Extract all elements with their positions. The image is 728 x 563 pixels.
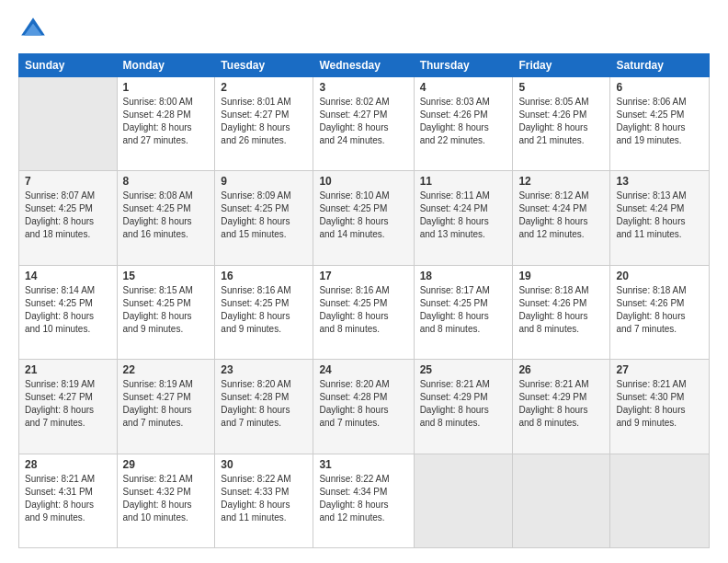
day-number: 11 bbox=[420, 175, 507, 188]
day-number: 4 bbox=[420, 81, 507, 94]
day-number: 30 bbox=[221, 458, 307, 471]
header-cell-tuesday: Tuesday bbox=[215, 54, 313, 77]
calendar-body: 1Sunrise: 8:00 AMSunset: 4:28 PMDaylight… bbox=[19, 77, 710, 548]
day-info: Sunrise: 8:16 AMSunset: 4:25 PMDaylight:… bbox=[221, 284, 307, 336]
day-info: Sunrise: 8:05 AMSunset: 4:26 PMDaylight:… bbox=[518, 96, 604, 147]
day-cell: 31Sunrise: 8:22 AMSunset: 4:34 PMDayligh… bbox=[313, 454, 414, 547]
day-number: 13 bbox=[616, 175, 703, 188]
day-cell: 30Sunrise: 8:22 AMSunset: 4:33 PMDayligh… bbox=[215, 454, 313, 547]
week-row-2: 14Sunrise: 8:14 AMSunset: 4:25 PMDayligh… bbox=[19, 265, 710, 359]
day-number: 20 bbox=[616, 270, 703, 282]
day-number: 19 bbox=[518, 270, 604, 282]
day-number: 17 bbox=[319, 270, 407, 282]
day-number: 25 bbox=[420, 363, 507, 376]
day-info: Sunrise: 8:13 AMSunset: 4:24 PMDaylight:… bbox=[616, 190, 703, 241]
day-cell: 4Sunrise: 8:03 AMSunset: 4:26 PMDaylight… bbox=[414, 77, 513, 171]
day-cell: 28Sunrise: 8:21 AMSunset: 4:31 PMDayligh… bbox=[19, 454, 118, 547]
day-number: 15 bbox=[123, 270, 210, 282]
day-info: Sunrise: 8:21 AMSunset: 4:30 PMDaylight:… bbox=[616, 378, 703, 430]
day-number: 26 bbox=[518, 363, 604, 376]
day-cell: 26Sunrise: 8:21 AMSunset: 4:29 PMDayligh… bbox=[513, 360, 610, 454]
day-number: 22 bbox=[123, 363, 210, 376]
day-info: Sunrise: 8:10 AMSunset: 4:25 PMDaylight:… bbox=[319, 190, 407, 241]
header-cell-thursday: Thursday bbox=[414, 54, 513, 77]
day-number: 27 bbox=[616, 363, 703, 376]
day-cell: 27Sunrise: 8:21 AMSunset: 4:30 PMDayligh… bbox=[610, 360, 710, 454]
day-number: 6 bbox=[616, 81, 703, 94]
day-info: Sunrise: 8:08 AMSunset: 4:25 PMDaylight:… bbox=[123, 190, 210, 241]
day-number: 28 bbox=[25, 458, 111, 471]
day-cell: 22Sunrise: 8:19 AMSunset: 4:27 PMDayligh… bbox=[117, 360, 215, 454]
day-number: 16 bbox=[221, 270, 307, 282]
day-info: Sunrise: 8:21 AMSunset: 4:32 PMDaylight:… bbox=[123, 473, 210, 524]
day-cell: 7Sunrise: 8:07 AMSunset: 4:25 PMDaylight… bbox=[19, 171, 118, 265]
calendar-table: SundayMondayTuesdayWednesdayThursdayFrid… bbox=[18, 53, 710, 548]
day-cell: 17Sunrise: 8:16 AMSunset: 4:25 PMDayligh… bbox=[313, 265, 414, 359]
day-info: Sunrise: 8:21 AMSunset: 4:29 PMDaylight:… bbox=[518, 378, 604, 430]
day-number: 12 bbox=[518, 175, 604, 188]
day-info: Sunrise: 8:22 AMSunset: 4:33 PMDaylight:… bbox=[221, 473, 307, 524]
day-info: Sunrise: 8:20 AMSunset: 4:28 PMDaylight:… bbox=[319, 378, 407, 430]
day-number: 5 bbox=[518, 81, 604, 94]
day-cell: 11Sunrise: 8:11 AMSunset: 4:24 PMDayligh… bbox=[414, 171, 513, 265]
day-cell bbox=[414, 454, 513, 547]
day-cell: 3Sunrise: 8:02 AMSunset: 4:27 PMDaylight… bbox=[313, 77, 414, 171]
day-cell: 14Sunrise: 8:14 AMSunset: 4:25 PMDayligh… bbox=[19, 265, 118, 359]
day-number: 3 bbox=[319, 81, 407, 94]
day-cell: 15Sunrise: 8:15 AMSunset: 4:25 PMDayligh… bbox=[117, 265, 215, 359]
day-cell: 16Sunrise: 8:16 AMSunset: 4:25 PMDayligh… bbox=[215, 265, 313, 359]
day-cell: 23Sunrise: 8:20 AMSunset: 4:28 PMDayligh… bbox=[215, 360, 313, 454]
day-cell: 24Sunrise: 8:20 AMSunset: 4:28 PMDayligh… bbox=[313, 360, 414, 454]
day-info: Sunrise: 8:11 AMSunset: 4:24 PMDaylight:… bbox=[420, 190, 507, 241]
day-number: 24 bbox=[319, 363, 407, 376]
day-info: Sunrise: 8:09 AMSunset: 4:25 PMDaylight:… bbox=[221, 190, 307, 241]
day-number: 23 bbox=[221, 363, 307, 376]
day-cell bbox=[19, 77, 118, 171]
day-cell: 1Sunrise: 8:00 AMSunset: 4:28 PMDaylight… bbox=[117, 77, 215, 171]
header-cell-wednesday: Wednesday bbox=[313, 54, 414, 77]
day-info: Sunrise: 8:02 AMSunset: 4:27 PMDaylight:… bbox=[319, 96, 407, 147]
header-row: SundayMondayTuesdayWednesdayThursdayFrid… bbox=[19, 54, 710, 77]
day-number: 18 bbox=[420, 270, 507, 282]
day-cell: 18Sunrise: 8:17 AMSunset: 4:25 PMDayligh… bbox=[414, 265, 513, 359]
header-cell-monday: Monday bbox=[117, 54, 215, 77]
header-cell-sunday: Sunday bbox=[19, 54, 118, 77]
day-cell: 20Sunrise: 8:18 AMSunset: 4:26 PMDayligh… bbox=[610, 265, 710, 359]
logo bbox=[18, 15, 51, 44]
day-number: 21 bbox=[25, 363, 111, 376]
day-cell: 10Sunrise: 8:10 AMSunset: 4:25 PMDayligh… bbox=[313, 171, 414, 265]
day-number: 7 bbox=[25, 175, 111, 188]
day-info: Sunrise: 8:01 AMSunset: 4:27 PMDaylight:… bbox=[221, 96, 307, 147]
day-info: Sunrise: 8:21 AMSunset: 4:29 PMDaylight:… bbox=[420, 378, 507, 430]
day-info: Sunrise: 8:19 AMSunset: 4:27 PMDaylight:… bbox=[123, 378, 210, 430]
day-cell bbox=[513, 454, 610, 547]
day-number: 10 bbox=[319, 175, 407, 188]
page: SundayMondayTuesdayWednesdayThursdayFrid… bbox=[0, 0, 728, 563]
day-cell: 6Sunrise: 8:06 AMSunset: 4:25 PMDaylight… bbox=[610, 77, 710, 171]
day-info: Sunrise: 8:06 AMSunset: 4:25 PMDaylight:… bbox=[616, 96, 703, 147]
day-cell: 21Sunrise: 8:19 AMSunset: 4:27 PMDayligh… bbox=[19, 360, 118, 454]
week-row-4: 28Sunrise: 8:21 AMSunset: 4:31 PMDayligh… bbox=[19, 454, 710, 547]
week-row-0: 1Sunrise: 8:00 AMSunset: 4:28 PMDaylight… bbox=[19, 77, 710, 171]
day-cell: 29Sunrise: 8:21 AMSunset: 4:32 PMDayligh… bbox=[117, 454, 215, 547]
day-info: Sunrise: 8:22 AMSunset: 4:34 PMDaylight:… bbox=[319, 473, 407, 524]
day-info: Sunrise: 8:00 AMSunset: 4:28 PMDaylight:… bbox=[123, 96, 210, 147]
day-number: 29 bbox=[123, 458, 210, 471]
day-cell: 8Sunrise: 8:08 AMSunset: 4:25 PMDaylight… bbox=[117, 171, 215, 265]
day-info: Sunrise: 8:07 AMSunset: 4:25 PMDaylight:… bbox=[25, 190, 111, 241]
day-info: Sunrise: 8:17 AMSunset: 4:25 PMDaylight:… bbox=[420, 284, 507, 336]
day-info: Sunrise: 8:14 AMSunset: 4:25 PMDaylight:… bbox=[25, 284, 111, 336]
week-row-1: 7Sunrise: 8:07 AMSunset: 4:25 PMDaylight… bbox=[19, 171, 710, 265]
day-cell: 12Sunrise: 8:12 AMSunset: 4:24 PMDayligh… bbox=[513, 171, 610, 265]
day-info: Sunrise: 8:18 AMSunset: 4:26 PMDaylight:… bbox=[518, 284, 604, 336]
week-row-3: 21Sunrise: 8:19 AMSunset: 4:27 PMDayligh… bbox=[19, 360, 710, 454]
day-cell: 2Sunrise: 8:01 AMSunset: 4:27 PMDaylight… bbox=[215, 77, 313, 171]
day-info: Sunrise: 8:19 AMSunset: 4:27 PMDaylight:… bbox=[25, 378, 111, 430]
day-cell: 9Sunrise: 8:09 AMSunset: 4:25 PMDaylight… bbox=[215, 171, 313, 265]
day-cell: 25Sunrise: 8:21 AMSunset: 4:29 PMDayligh… bbox=[414, 360, 513, 454]
day-info: Sunrise: 8:03 AMSunset: 4:26 PMDaylight:… bbox=[420, 96, 507, 147]
day-cell: 13Sunrise: 8:13 AMSunset: 4:24 PMDayligh… bbox=[610, 171, 710, 265]
calendar-header: SundayMondayTuesdayWednesdayThursdayFrid… bbox=[19, 54, 710, 77]
day-info: Sunrise: 8:20 AMSunset: 4:28 PMDaylight:… bbox=[221, 378, 307, 430]
day-number: 2 bbox=[221, 81, 307, 94]
